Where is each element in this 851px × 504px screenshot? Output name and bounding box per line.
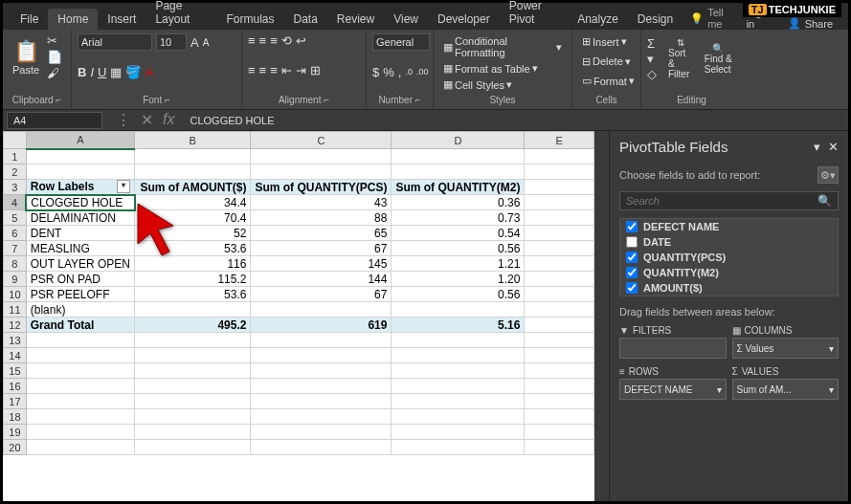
field-search[interactable]: 🔍: [619, 191, 839, 210]
insert-button[interactable]: ⊞Insert ▾: [578, 33, 635, 50]
clear-icon[interactable]: ◇: [647, 67, 657, 81]
increase-indent-icon[interactable]: ⇥: [296, 63, 306, 77]
align-bottom-icon[interactable]: ≡: [270, 33, 278, 48]
tab-page-layout[interactable]: Page Layout: [146, 0, 216, 30]
pane-close-icon[interactable]: ✕: [828, 140, 839, 154]
rows-area[interactable]: DEFECT NAME▾: [619, 379, 727, 400]
underline-icon[interactable]: U: [98, 65, 106, 79]
col-header-D[interactable]: D: [392, 132, 525, 149]
percent-icon[interactable]: %: [383, 65, 394, 79]
tab-design[interactable]: Design: [628, 9, 683, 30]
pane-settings-button[interactable]: ⚙▾: [817, 166, 839, 184]
italic-icon[interactable]: I: [90, 65, 94, 79]
pivot-header-m2[interactable]: Sum of QUANTITY(M2): [392, 180, 525, 195]
bold-icon[interactable]: B: [78, 65, 86, 79]
columns-area[interactable]: Σ Values▾: [732, 338, 840, 359]
table-row-label[interactable]: (blank): [26, 302, 134, 318]
tab-power-pivot[interactable]: Power Pivot: [500, 0, 568, 30]
autosum-icon[interactable]: Σ: [647, 36, 657, 51]
cut-icon[interactable]: ✂: [47, 33, 62, 48]
border-icon[interactable]: ▦: [110, 65, 122, 79]
field-checkbox[interactable]: [626, 236, 638, 248]
number-format-select[interactable]: [372, 33, 430, 51]
tab-view[interactable]: View: [384, 9, 428, 30]
currency-icon[interactable]: $: [372, 65, 379, 79]
pivot-header-row-labels[interactable]: Row Labels▾: [26, 180, 134, 195]
align-left-icon[interactable]: ≡: [248, 63, 256, 77]
tab-data[interactable]: Data: [284, 9, 327, 30]
font-color-icon[interactable]: A: [145, 65, 153, 79]
row-header-2[interactable]: 2: [4, 164, 27, 180]
align-middle-icon[interactable]: ≡: [259, 33, 267, 48]
tab-formulas[interactable]: Formulas: [216, 9, 283, 30]
increase-font-icon[interactable]: A: [190, 35, 199, 50]
table-row-label[interactable]: CLOGGED HOLE: [26, 195, 134, 210]
tell-me[interactable]: 💡Tell me: [683, 7, 738, 30]
field-item[interactable]: AMOUNT($): [620, 280, 838, 296]
col-header-B[interactable]: B: [135, 132, 251, 149]
font-size-select[interactable]: [156, 33, 187, 51]
decrease-indent-icon[interactable]: ⇤: [281, 63, 292, 77]
align-right-icon[interactable]: ≡: [270, 63, 278, 77]
find-select-button[interactable]: 🔍Find & Select: [701, 39, 736, 78]
fill-color-icon[interactable]: 🪣: [125, 65, 141, 79]
grand-total-label[interactable]: Grand Total: [26, 318, 134, 333]
name-box[interactable]: [7, 112, 102, 129]
filter-dropdown-icon[interactable]: ▾: [117, 180, 130, 193]
fill-icon[interactable]: ▾: [647, 52, 657, 66]
decrease-font-icon[interactable]: A: [203, 37, 210, 48]
conditional-formatting-button[interactable]: ▦Conditional Formatting ▾: [439, 33, 566, 60]
table-row-label[interactable]: PSR PEELOFF: [26, 287, 134, 302]
table-row-label[interactable]: OUT LAYER OPEN: [26, 256, 134, 272]
col-header-E[interactable]: E: [525, 132, 594, 149]
field-item[interactable]: QUANTITY(M2): [620, 265, 838, 280]
table-row-label[interactable]: MEASLING: [26, 241, 134, 256]
tab-insert[interactable]: Insert: [98, 9, 146, 30]
vertical-scrollbar[interactable]: [594, 131, 609, 501]
increase-decimal-icon[interactable]: .0: [405, 67, 413, 77]
align-center-icon[interactable]: ≡: [259, 63, 267, 77]
delete-button[interactable]: ⊟Delete ▾: [578, 54, 635, 70]
field-checkbox[interactable]: [626, 252, 638, 263]
share-button[interactable]: 👤Share: [780, 17, 840, 30]
field-item[interactable]: DATE: [620, 234, 838, 250]
tab-file[interactable]: File: [11, 9, 48, 30]
pivot-header-amount[interactable]: Sum of AMOUNT($): [135, 180, 251, 195]
sort-filter-button[interactable]: ⇅Sort & Filter: [664, 33, 697, 83]
pivot-header-pcs[interactable]: Sum of QUANTITY(PCS): [251, 180, 392, 195]
copy-icon[interactable]: 📄: [47, 50, 62, 64]
paste-button[interactable]: 📋Paste: [9, 35, 43, 79]
field-checkbox[interactable]: [626, 221, 638, 232]
field-checkbox[interactable]: [626, 282, 638, 294]
format-painter-icon[interactable]: 🖌: [47, 66, 62, 80]
filters-area[interactable]: [619, 338, 727, 359]
cell-styles-button[interactable]: ▦Cell Styles ▾: [439, 77, 566, 93]
col-header-A[interactable]: A: [26, 132, 134, 149]
cancel-icon[interactable]: ⋮: [116, 111, 131, 129]
table-row-label[interactable]: PSR ON PAD: [26, 272, 134, 287]
tab-developer[interactable]: Developer: [428, 9, 500, 30]
row-header-1[interactable]: 1: [4, 149, 27, 164]
merge-icon[interactable]: ⊞: [310, 63, 321, 77]
field-item[interactable]: DEFECT NAME: [620, 219, 838, 234]
pane-dropdown-icon[interactable]: ▾: [814, 140, 820, 154]
col-header-C[interactable]: C: [251, 132, 392, 149]
worksheet-grid[interactable]: ABCDE123Row Labels▾Sum of AMOUNT($)Sum o…: [3, 131, 594, 501]
table-row-label[interactable]: DENT: [26, 226, 134, 241]
enter-icon[interactable]: ✕: [141, 111, 153, 129]
field-list[interactable]: DEFECT NAMEDATEQUANTITY(PCS)QUANTITY(M2)…: [619, 218, 839, 296]
align-top-icon[interactable]: ≡: [248, 33, 256, 48]
tab-review[interactable]: Review: [327, 9, 384, 30]
font-name-select[interactable]: [78, 33, 152, 51]
format-button[interactable]: ▭Format ▾: [578, 73, 635, 89]
wrap-text-icon[interactable]: ↩: [296, 33, 306, 48]
search-input[interactable]: [626, 194, 817, 208]
table-row-label[interactable]: DELAMINATION: [26, 210, 134, 226]
field-checkbox[interactable]: [626, 267, 638, 278]
comma-icon[interactable]: ,: [398, 65, 402, 79]
tab-analyze[interactable]: Analyze: [568, 9, 628, 30]
formula-input[interactable]: [184, 113, 848, 128]
tab-home[interactable]: Home: [48, 9, 98, 30]
decrease-decimal-icon[interactable]: .00: [416, 67, 429, 77]
format-as-table-button[interactable]: ▦Format as Table ▾: [439, 60, 566, 77]
